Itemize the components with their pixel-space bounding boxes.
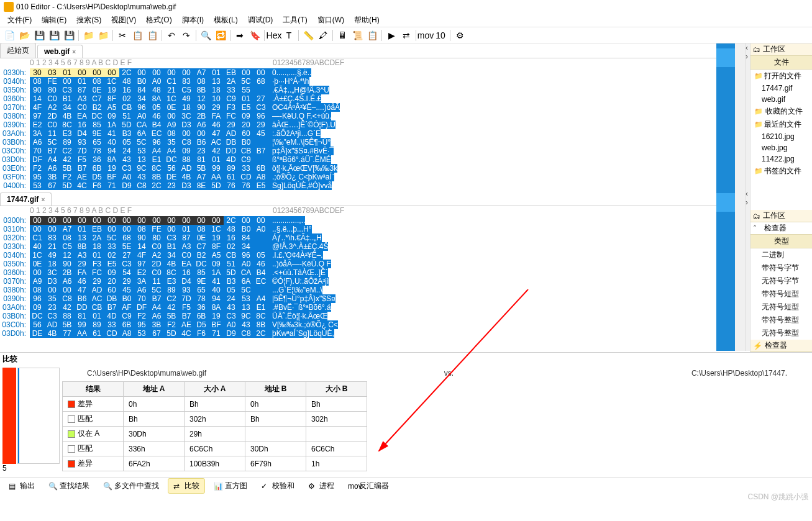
file-item[interactable]: 16210.jpg xyxy=(750,131,812,142)
panel-title: 工作区 xyxy=(763,211,785,221)
hex-mode-icon[interactable]: Hex xyxy=(267,29,281,42)
bottom-tab[interactable]: ⇄比较 xyxy=(168,478,205,494)
redo-icon[interactable]: ↷ xyxy=(180,29,193,42)
bottom-tab[interactable]: ✓校验和 xyxy=(256,479,299,493)
table-header[interactable]: 地址 A xyxy=(124,382,185,397)
hex-panel-1[interactable]: 0 1 2 3 4 5 6 7 8 9 A B C D E F012345678… xyxy=(0,58,716,190)
type-item[interactable]: 无符号字节 xyxy=(750,274,812,288)
paste-icon[interactable]: 📋 xyxy=(145,29,159,42)
open-files-folder[interactable]: 打开的文件 xyxy=(750,70,812,83)
type-item[interactable]: 带符号整型 xyxy=(750,314,812,327)
bottom-tabs: ▤输出🔍查找结果🔍多文件中查找⇄比较📊直方图✓校验和⚙进程mov反汇编器 xyxy=(0,477,812,494)
bottom-tab[interactable]: mov反汇编器 xyxy=(343,479,394,493)
tab-icon: mov xyxy=(348,482,357,491)
highlight-icon[interactable]: 🖍 xyxy=(316,29,330,42)
table-header[interactable]: 结果 xyxy=(63,382,124,397)
table-row[interactable]: 匹配Bh302hBh302h xyxy=(63,412,367,427)
menu-item[interactable]: 视图(V) xyxy=(106,14,141,27)
script-icon[interactable]: 📜 xyxy=(350,29,364,42)
scrollbar-1[interactable] xyxy=(735,43,745,189)
file-item[interactable]: 17447.gif xyxy=(750,83,812,94)
compare-path-b: C:\Users\HP\Desktop\17447. xyxy=(691,369,787,378)
menu-item[interactable]: 模板(L) xyxy=(209,14,243,27)
table-header[interactable]: 地址 B xyxy=(245,382,306,397)
table-row[interactable]: 差异0hBh0hBh xyxy=(63,397,367,412)
menu-item[interactable]: 格式(O) xyxy=(141,14,176,27)
compare-table[interactable]: 结果地址 A大小 A地址 B大小 B差异0hBh0hBh匹配Bh302hBh30… xyxy=(62,381,367,471)
ruler-icon[interactable]: 📏 xyxy=(301,29,315,42)
table-row[interactable]: 匹配336h6C6Ch30Dh6C6Ch xyxy=(63,442,367,456)
menu-item[interactable]: 工具(T) xyxy=(278,14,312,27)
bookmark-icon[interactable]: 🔖 xyxy=(248,29,262,42)
file-item[interactable]: web.jpg xyxy=(750,142,812,153)
new-file-icon[interactable]: 📄 xyxy=(2,29,16,42)
watermark: CSDN @跳跳小强 xyxy=(747,492,808,502)
template-icon[interactable]: 📋 xyxy=(365,29,379,42)
menu-item[interactable]: 窗口(W) xyxy=(312,14,349,27)
type-item[interactable]: 带符号字节 xyxy=(750,261,812,274)
bottom-tab[interactable]: 🔍多文件中查找 xyxy=(98,479,164,493)
types-header: 类型 xyxy=(750,235,812,248)
text-mode-icon[interactable]: T xyxy=(282,29,296,42)
recent-files-folder[interactable]: 最近的文件 xyxy=(750,118,812,131)
app-icon xyxy=(4,2,14,12)
type-item[interactable]: 带符号短型 xyxy=(750,288,812,301)
tab-icon: 🔍 xyxy=(48,482,57,491)
tab-icon: ⇄ xyxy=(173,482,182,491)
bottom-tab[interactable]: 🔍查找结果 xyxy=(43,479,94,493)
save-all-icon[interactable]: 💾 xyxy=(47,29,61,42)
bottom-tab[interactable]: ⚙进程 xyxy=(303,479,339,493)
workspace-icon: 🗂 xyxy=(753,212,760,220)
file-item[interactable]: 11422.jpg xyxy=(750,153,812,165)
type-item[interactable]: 无符号短型 xyxy=(750,301,812,314)
open-file-icon[interactable]: 📂 xyxy=(17,29,31,42)
goto-icon[interactable]: ➡ xyxy=(233,29,247,42)
calc-icon[interactable]: 🖩 xyxy=(335,29,349,42)
tab-icon: 🔍 xyxy=(103,482,112,491)
menu-item[interactable]: 文件(F) xyxy=(2,14,37,27)
close-icon[interactable]: × xyxy=(72,48,76,55)
tab-start[interactable]: 起始页 xyxy=(0,43,36,58)
close-icon[interactable]: × xyxy=(41,196,45,203)
table-row[interactable]: 差异6FA2h100B39h6F79h1h xyxy=(63,456,367,471)
mov-icon[interactable]: mov xyxy=(419,29,432,42)
bottom-tab[interactable]: ▤输出 xyxy=(4,479,40,493)
workspace-icon: 🗂 xyxy=(753,45,760,54)
bookmark-files-folder[interactable]: 书签的文件 xyxy=(750,165,812,178)
copy-icon[interactable]: 📋 xyxy=(130,29,144,42)
find-replace-icon[interactable]: 🔁 xyxy=(214,29,227,42)
menu-item[interactable]: 脚本(I) xyxy=(177,14,209,27)
bottom-tab[interactable]: 📊直方图 xyxy=(209,479,252,493)
minimap-1[interactable] xyxy=(716,43,735,189)
save-as-icon[interactable]: 💾 xyxy=(62,29,76,42)
tab-webgif[interactable]: web.gif× xyxy=(37,45,83,58)
save-icon[interactable]: 💾 xyxy=(32,29,46,42)
tab-17447[interactable]: 17447.gif× xyxy=(0,193,52,206)
run-icon[interactable]: ▶ xyxy=(385,29,398,42)
fav-files-folder[interactable]: 收藏的文件 xyxy=(750,105,812,118)
minimap-2[interactable] xyxy=(716,189,735,351)
folder-open-icon[interactable]: 📁 xyxy=(81,29,95,42)
hex-panel-2[interactable]: 0 1 2 3 4 5 6 7 8 9 A B C D E F012345678… xyxy=(0,206,716,338)
folder-recent-icon[interactable]: 📁 xyxy=(96,29,110,42)
type-item[interactable]: 无符号整型 xyxy=(750,327,812,340)
table-row[interactable]: 仅在 A30Dh29h xyxy=(63,427,367,442)
cut-icon[interactable]: ✂ xyxy=(116,29,129,42)
compare-title: 比较 xyxy=(0,353,812,365)
menu-item[interactable]: 搜索(S) xyxy=(71,14,106,27)
undo-icon[interactable]: ↶ xyxy=(165,29,178,42)
type-item[interactable]: 二进制 xyxy=(750,248,812,261)
table-header[interactable]: 大小 A xyxy=(185,382,245,397)
binary-icon[interactable]: 10 xyxy=(434,29,447,42)
menu-item[interactable]: 帮助(H) xyxy=(349,14,385,27)
menu-item[interactable]: 调试(D) xyxy=(243,14,278,27)
inspector-title: 检查器 xyxy=(764,223,787,233)
menu-item[interactable]: 编辑(E) xyxy=(37,14,71,27)
settings-icon[interactable]: ⚙ xyxy=(453,29,467,42)
compare-icon[interactable]: ⇄ xyxy=(399,29,413,42)
scrollbar-2[interactable] xyxy=(735,189,745,351)
file-item[interactable]: web.gif xyxy=(750,94,812,105)
find-icon[interactable]: 🔍 xyxy=(199,29,212,42)
table-header[interactable]: 大小 B xyxy=(306,382,367,397)
chevron-up-icon[interactable]: ˄ xyxy=(753,224,762,233)
